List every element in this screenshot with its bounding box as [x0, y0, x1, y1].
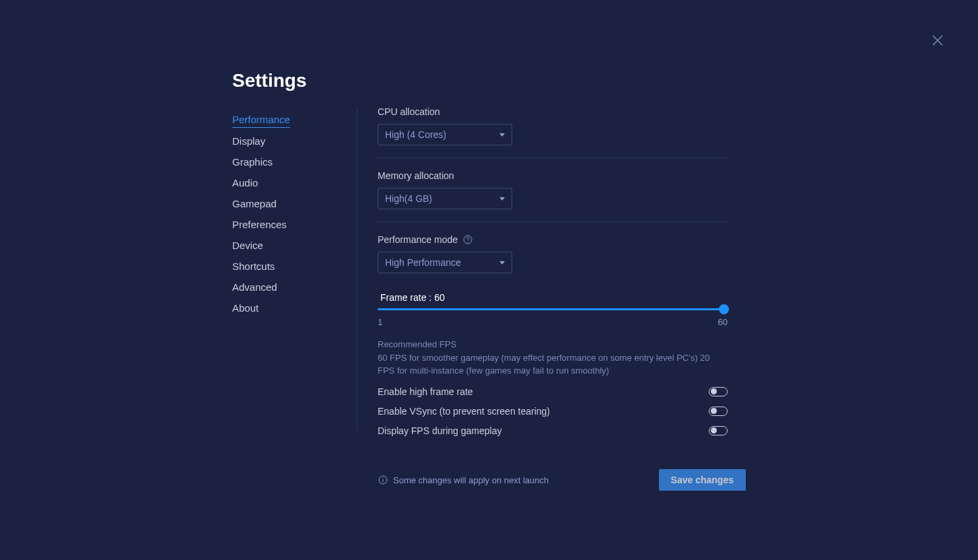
display-fps-label: Display FPS during gameplay [378, 425, 501, 436]
cpu-select[interactable]: High (4 Cores) [378, 124, 512, 145]
sidebar-item-gamepad[interactable]: Gamepad [232, 193, 277, 214]
vsync-label: Enable VSync (to prevent screen tearing) [378, 406, 550, 417]
chevron-down-icon [499, 197, 505, 201]
fps-note-body: 60 FPS for smoother gameplay (may effect… [378, 352, 728, 378]
high-frame-toggle[interactable] [709, 387, 728, 396]
vsync-toggle[interactable] [709, 407, 728, 416]
slider-min: 1 [378, 317, 382, 327]
memory-select[interactable]: High(4 GB) [378, 188, 512, 209]
sidebar-item-performance[interactable]: Performance [232, 109, 290, 128]
cpu-label: CPU allocation [378, 106, 728, 117]
sidebar-item-graphics[interactable]: Graphics [232, 151, 273, 172]
vertical-divider [357, 108, 357, 431]
slider-track [378, 308, 728, 310]
settings-panel: CPU allocation High (4 Cores) Memory all… [378, 106, 728, 436]
framerate-section: Frame rate : 60 1 60 Recommended FPS 60 … [378, 292, 728, 436]
sidebar-item-about[interactable]: About [232, 298, 258, 318]
sidebar-item-display[interactable]: Display [232, 131, 265, 151]
toggle-row-display-fps: Display FPS during gameplay [378, 425, 728, 436]
help-icon[interactable] [463, 235, 473, 244]
mode-select-value: High Performance [385, 257, 461, 268]
toggle-row-high-frame: Enable high frame rate [378, 386, 728, 397]
memory-label: Memory allocation [378, 170, 728, 181]
mode-label: Performance mode [378, 234, 728, 245]
sidebar-item-device[interactable]: Device [232, 235, 263, 256]
svg-point-1 [468, 242, 468, 242]
chevron-down-icon [499, 261, 505, 265]
restart-note: Some changes will apply on next launch [378, 475, 549, 485]
page-title: Settings [232, 70, 306, 92]
sidebar-item-audio[interactable]: Audio [232, 172, 258, 193]
framerate-label: Frame rate : 60 [380, 292, 728, 303]
settings-footer: Some changes will apply on next launch S… [378, 469, 746, 491]
display-fps-toggle[interactable] [709, 426, 728, 435]
memory-select-value: High(4 GB) [385, 193, 432, 204]
info-icon [378, 475, 388, 485]
slider-range-labels: 1 60 [378, 317, 728, 327]
slider-thumb[interactable] [719, 304, 729, 314]
save-button[interactable]: Save changes [659, 469, 746, 491]
slider-max: 60 [718, 317, 728, 327]
svg-point-4 [382, 477, 383, 478]
framerate-slider[interactable] [378, 308, 728, 310]
close-button[interactable] [931, 34, 944, 47]
sidebar-item-preferences[interactable]: Preferences [232, 214, 287, 235]
mode-label-text: Performance mode [378, 234, 458, 245]
sidebar-item-advanced[interactable]: Advanced [232, 277, 277, 298]
toggle-row-vsync: Enable VSync (to prevent screen tearing) [378, 406, 728, 417]
mode-select[interactable]: High Performance [378, 252, 512, 273]
cpu-select-value: High (4 Cores) [385, 129, 446, 140]
settings-sidebar: Performance Display Graphics Audio Gamep… [232, 109, 343, 318]
chevron-down-icon [499, 133, 505, 137]
restart-note-text: Some changes will apply on next launch [393, 475, 549, 485]
close-icon [932, 34, 944, 46]
fps-note-title: Recommended FPS [378, 339, 728, 349]
memory-section: Memory allocation High(4 GB) [378, 170, 728, 222]
sidebar-item-shortcuts[interactable]: Shortcuts [232, 256, 275, 277]
high-frame-label: Enable high frame rate [378, 386, 473, 397]
cpu-section: CPU allocation High (4 Cores) [378, 106, 728, 158]
mode-section: Performance mode High Performance [378, 234, 728, 273]
